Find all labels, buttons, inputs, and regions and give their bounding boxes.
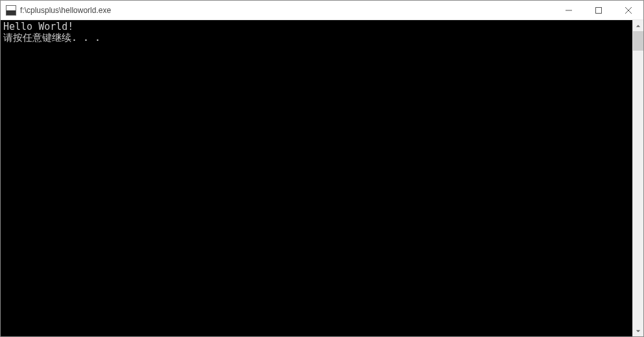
output-line-1: Hello World! [3,21,73,32]
maximize-button[interactable] [584,1,614,19]
window-controls [554,1,643,19]
scroll-down-button[interactable] [633,325,643,336]
window-title: f:\cplusplus\helloworld.exe [20,6,111,15]
titlebar-left: f:\cplusplus\helloworld.exe [1,5,111,16]
console-area: Hello World! 请按任意键继续. . . [1,20,643,336]
chevron-up-icon [636,23,641,29]
chevron-down-icon [636,329,641,334]
minimize-icon [566,7,572,14]
svg-rect-1 [596,7,602,13]
minimize-button[interactable] [554,1,584,19]
console-output[interactable]: Hello World! 请按任意键继续. . . [1,20,632,336]
scroll-track[interactable] [633,31,643,325]
vertical-scrollbar[interactable] [632,20,643,336]
maximize-icon [595,7,602,14]
scroll-thumb[interactable] [633,31,643,51]
console-window: f:\cplusplus\helloworld.exe Hello World!… [0,0,644,337]
output-line-2: 请按任意键继续. . . [3,32,101,44]
titlebar[interactable]: f:\cplusplus\helloworld.exe [1,1,643,20]
app-icon [6,5,16,16]
scroll-up-button[interactable] [633,20,643,31]
close-button[interactable] [614,1,643,19]
close-icon [625,7,632,14]
